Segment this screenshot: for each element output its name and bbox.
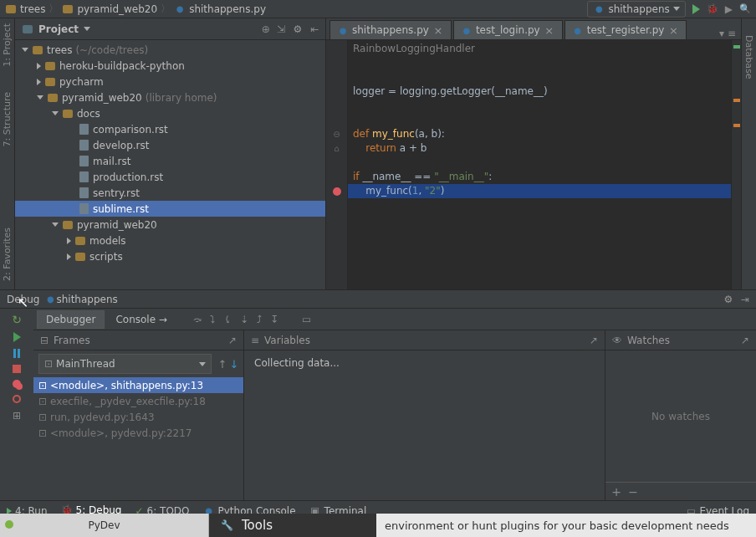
tree-row[interactable]: pycharm (15, 74, 325, 90)
hide-icon[interactable]: ⇥ (741, 294, 749, 305)
expand-icon[interactable] (67, 238, 71, 244)
stop-button[interactable] (13, 365, 21, 373)
tool-structure[interactable]: 7: Structure (2, 92, 13, 146)
editor-gutter[interactable]: ⊖⌂ (326, 40, 348, 289)
frame-row[interactable]: ⊡<module>, shithappens.py:13 (33, 377, 243, 393)
close-tab-icon[interactable] (544, 24, 555, 36)
gutter-row[interactable]: ⊖ (326, 127, 347, 141)
scroll-from-source-icon[interactable]: ⊕ (262, 23, 270, 35)
pause-button[interactable] (13, 349, 20, 358)
hide-icon[interactable]: ⇤ (310, 23, 319, 35)
remove-watch-button[interactable] (627, 486, 639, 498)
tree-row[interactable]: sublime.rst (15, 201, 325, 217)
tree-row[interactable]: pyramid_web20 (library home) (15, 90, 325, 105)
code-line[interactable]: RainbowLoggingHandler (348, 42, 731, 56)
tool-database[interactable]: Database (743, 35, 754, 79)
evaluate-icon[interactable]: ▭ (302, 314, 311, 325)
editor-tab[interactable]: test_login.py (453, 20, 563, 39)
editor-code[interactable]: RainbowLoggingHandlerlogger = logging.ge… (348, 40, 731, 289)
tree-row[interactable]: production.rst (15, 169, 325, 185)
gear-icon[interactable] (292, 23, 304, 35)
tree-row[interactable]: heroku-buildpack-python (15, 58, 325, 74)
pydev-tab[interactable]: PyDev (0, 514, 209, 537)
expand-icon[interactable] (22, 48, 28, 52)
tree-row[interactable]: scripts (15, 248, 325, 264)
close-tab-icon[interactable] (667, 24, 679, 36)
resume-button[interactable] (13, 332, 21, 342)
gutter-row[interactable] (326, 170, 347, 184)
tree-row[interactable]: pyramid_web20 (15, 217, 325, 233)
editor-tab[interactable]: shithappens.py (329, 20, 452, 39)
expand-icon[interactable] (37, 63, 41, 69)
rerun-button[interactable] (11, 314, 23, 325)
tree-row[interactable]: trees (~/code/trees) (15, 42, 325, 58)
code-line[interactable] (348, 113, 731, 127)
step-into-icon[interactable]: ⤵ (210, 314, 215, 325)
restore-icon[interactable]: ↗ (228, 335, 237, 346)
code-line[interactable] (348, 70, 731, 84)
tool-favorites[interactable]: 2: Favorites (2, 228, 13, 281)
gutter-row[interactable] (326, 70, 347, 84)
more-button[interactable]: ▶ (725, 3, 733, 15)
prev-frame-button[interactable] (217, 358, 228, 370)
tools-tab[interactable]: 🔧 Tools (209, 514, 376, 537)
tree-row[interactable]: mail.rst (15, 153, 325, 169)
tree-row[interactable]: sentry.rst (15, 185, 325, 201)
tree-row[interactable]: develop.rst (15, 137, 325, 153)
expand-icon[interactable] (52, 111, 59, 115)
tree-row[interactable]: docs (15, 105, 325, 121)
gutter-row[interactable] (326, 84, 347, 99)
breadcrumb-item[interactable]: pyramid_web20 (77, 3, 157, 15)
step-into-my-icon[interactable]: ⤹ (223, 314, 232, 325)
frame-row[interactable]: ⊡run, pydevd.py:1643 (33, 409, 243, 425)
project-tree[interactable]: trees (~/code/trees)heroku-buildpack-pyt… (15, 40, 325, 289)
step-out-icon[interactable]: ⤴ (257, 314, 262, 325)
restore-icon[interactable]: ↗ (741, 335, 749, 346)
gutter-row[interactable] (326, 184, 347, 198)
frame-row[interactable]: ⊡execfile, _pydev_execfile.py:18 (33, 393, 243, 409)
code-line[interactable] (348, 99, 731, 113)
layout-button[interactable]: ⊞ (13, 410, 21, 422)
tabbar-tools[interactable]: ▾ ≡ (714, 28, 741, 39)
breadcrumb-item[interactable]: trees (20, 3, 45, 15)
debug-button[interactable] (707, 3, 718, 15)
breakpoints-button[interactable] (13, 380, 21, 388)
frame-row[interactable]: ⊡<module>, pydevd.py:2217 (33, 425, 243, 441)
gutter-row[interactable]: ⌂ (326, 141, 347, 156)
tree-row[interactable]: models (15, 233, 325, 248)
gutter-row[interactable] (326, 99, 347, 113)
force-step-icon[interactable]: ⇣ (240, 314, 248, 325)
code-line[interactable]: def my_func(a, b): (348, 127, 731, 141)
add-watch-button[interactable] (610, 486, 622, 498)
error-stripe[interactable] (731, 40, 741, 289)
gutter-row[interactable] (326, 56, 347, 70)
tab-console[interactable]: Console → (106, 310, 176, 329)
code-line[interactable] (348, 56, 731, 70)
editor-tab[interactable]: test_register.py (564, 20, 687, 39)
step-over-icon[interactable]: ⤼ (193, 314, 202, 325)
search-button[interactable] (739, 3, 751, 15)
code-line[interactable] (348, 156, 731, 170)
code-line[interactable]: my_func(1, "2") (348, 184, 731, 198)
run-button[interactable] (692, 4, 700, 14)
code-line[interactable]: if __name__ == "__main__": (348, 170, 731, 184)
restore-icon[interactable]: ↗ (590, 335, 598, 346)
gutter-row[interactable] (326, 42, 347, 56)
next-frame-button[interactable] (228, 358, 240, 370)
gutter-row[interactable] (326, 113, 347, 127)
expand-icon[interactable] (67, 253, 71, 260)
tree-row[interactable]: comparison.rst (15, 121, 325, 137)
chevron-down-icon[interactable] (84, 27, 90, 31)
expand-icon[interactable] (37, 79, 41, 85)
threads-button[interactable] (13, 395, 21, 403)
tool-project[interactable]: 1: Project (2, 23, 13, 67)
breadcrumb-item[interactable]: shithappens.py (189, 3, 266, 15)
gear-icon[interactable] (723, 294, 734, 305)
close-tab-icon[interactable] (432, 24, 444, 36)
frames-list[interactable]: ⊡<module>, shithappens.py:13⊡execfile, _… (33, 377, 243, 441)
thread-selector[interactable]: ⊡ MainThread (38, 354, 212, 374)
run-config-selector[interactable]: shithappens (587, 1, 685, 18)
code-line[interactable]: return a + b (348, 141, 731, 156)
breakpoint-icon[interactable] (333, 187, 341, 196)
gutter-row[interactable] (326, 156, 347, 170)
